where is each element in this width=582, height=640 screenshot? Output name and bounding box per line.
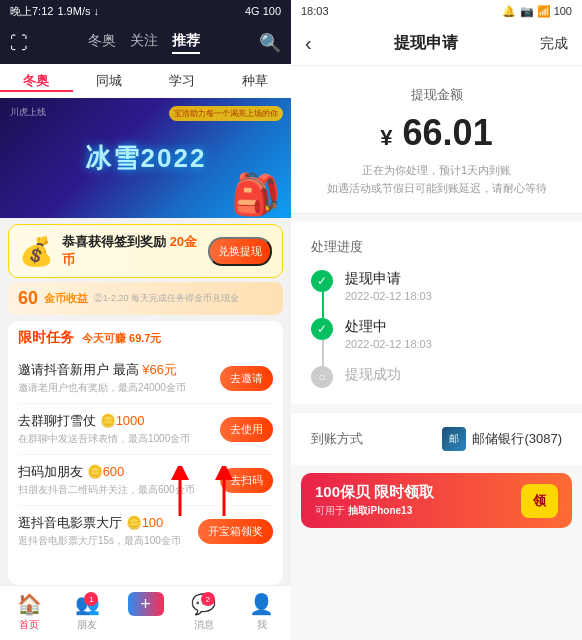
task-amount: ¥66元 (142, 362, 177, 377)
task-sub: 逛抖音电影票大厅15s，最高100金币 (18, 534, 190, 548)
tasks-section: 限时任务 今天可赚 69.7元 邀请抖音新用户 最高 ¥66元 邀请老用户也有奖… (8, 321, 283, 585)
subnav-xuexi[interactable]: 学习 (146, 70, 219, 92)
task-name-text: 扫码加朋友 (18, 464, 83, 479)
progress-title: 处理进度 (311, 238, 562, 256)
step-2-name: 处理中 (345, 318, 562, 336)
battery-label: 100 (263, 5, 281, 17)
currency-symbol: ¥ (380, 125, 392, 150)
sub-nav: 冬奥 同城 学习 种草 (0, 64, 291, 98)
nav-home-label: 首页 (19, 618, 39, 632)
add-icon[interactable]: + (128, 592, 164, 616)
use-button[interactable]: 去使用 (220, 417, 273, 442)
messages-badge: 2 (201, 592, 215, 606)
task-sub: 邀请老用户也有奖励，最高24000金币 (18, 381, 212, 395)
nav-me-label: 我 (257, 618, 267, 632)
page-title: 提现申请 (312, 33, 540, 54)
subnav-dongao[interactable]: 冬奥 (0, 70, 73, 92)
ad-sub-text: 可用于 抽取iPhone13 (315, 504, 511, 518)
right-panel: 18:03 🔔 📷 📶 100 ‹ 提现申请 完成 提现金额 ¥ 66.01 正… (291, 0, 582, 640)
back-button[interactable]: ‹ (305, 32, 312, 55)
step-2: ✓ 处理中 2022-02-12 18:03 (311, 318, 562, 350)
step-2-time: 2022-02-12 18:03 (345, 338, 562, 350)
tasks-today: 今天可赚 69.7元 (82, 331, 161, 346)
bank-name: 邮储银行(3087) (472, 430, 562, 448)
search-icon[interactable]: 🔍 (259, 32, 281, 54)
done-button[interactable]: 完成 (540, 35, 568, 53)
me-icon: 👤 (249, 592, 274, 616)
hero-banner: 川虎上线 冰雪2022 🎒 ✕ 宝浩助力每一个渴亮上场的你 (0, 98, 291, 218)
tasks-title: 限时任务 (18, 329, 74, 347)
nav-home[interactable]: 🏠 首页 (0, 592, 58, 632)
reward-title: 恭喜获得签到奖励 (62, 234, 166, 249)
step-1-name: 提现申请 (345, 270, 562, 288)
step-3-icon: ○ (311, 366, 333, 388)
task-info-movie: 逛抖音电影票大厅 🪙100 逛抖音电影票大厅15s，最高100金币 (18, 514, 190, 548)
left-panel: 晚上7:12 1.9M/s ↓ 4G 100 ⛶ 冬奥 关注 推荐 🔍 冬奥 同… (0, 0, 291, 640)
nav-messages-label: 消息 (194, 618, 214, 632)
task-info-scan: 扫码加朋友 🪙600 扫朋友抖音二维码并关注，最高600金币 (18, 463, 212, 497)
expand-icon[interactable]: ⛶ (10, 33, 28, 54)
coins-bar: 60 金币收益 ②1-2.20 每天完成任务得金币兑现金 (8, 282, 283, 315)
nav-messages[interactable]: 💬 消息 2 (175, 592, 233, 632)
tab-guanzhu[interactable]: 关注 (130, 32, 158, 54)
bottom-nav: 🏠 首页 👥 朋友 1 + 💬 消息 2 👤 我 (0, 585, 291, 640)
task-name-text: 逛抖音电影票大厅 (18, 515, 122, 530)
hero-badge: 宝浩助力每一个渴亮上场的你 (169, 106, 283, 121)
amount-section: 提现金额 ¥ 66.01 正在为你处理，预计1天内到账 如遇活动或节假日可能到账… (291, 66, 582, 214)
amount-number: 66.01 (403, 112, 493, 153)
step-1: ✓ 提现申请 2022-02-12 18:03 (311, 270, 562, 302)
tab-dongao[interactable]: 冬奥 (88, 32, 116, 54)
reward-banner: 💰 恭喜获得签到奖励 20金币 兑换提现 (8, 224, 283, 278)
right-top-bar: ‹ 提现申请 完成 (291, 22, 582, 66)
scan-button[interactable]: 去扫码 (220, 468, 273, 493)
tab-tuijian[interactable]: 推荐 (172, 32, 200, 54)
exchange-button[interactable]: 兑换提现 (208, 237, 272, 266)
openbox-button[interactable]: 开宝箱领奖 (198, 519, 273, 544)
hero-subtitle: 川虎上线 (10, 106, 46, 119)
left-status-bar: 晚上7:12 1.9M/s ↓ 4G 100 (0, 0, 291, 22)
ad-prize: 抽取iPhone13 (348, 505, 412, 516)
ad-button[interactable]: 领 (521, 484, 558, 518)
task-item-movie: 逛抖音电影票大厅 🪙100 逛抖音电影票大厅15s，最高100金币 开宝箱领奖 (18, 506, 273, 556)
nav-friends-label: 朋友 (77, 618, 97, 632)
r-time-label: 18:03 (301, 5, 329, 17)
r-status-icons: 🔔 📷 📶 100 (502, 5, 572, 18)
task-coin-amount: 🪙600 (87, 464, 125, 479)
task-coin-amount: 🪙100 (126, 515, 164, 530)
hero-title: 冰雪2022 (85, 141, 207, 176)
task-info-snowball: 去群聊打雪仗 🪙1000 在群聊中发送吾球表情，最高1000金币 (18, 412, 212, 446)
subnav-zhongcao[interactable]: 种草 (218, 70, 291, 92)
task-info-invite: 邀请抖音新用户 最高 ¥66元 邀请老用户也有奖励，最高24000金币 (18, 361, 212, 395)
step-2-icon: ✓ (311, 318, 333, 340)
task-item-scan: 扫码加朋友 🪙600 扫朋友抖音二维码并关注，最高600金币 去扫码 (18, 455, 273, 506)
task-sub: 在群聊中发送吾球表情，最高1000金币 (18, 432, 212, 446)
progress-section: 处理进度 ✓ 提现申请 2022-02-12 18:03 ✓ 处理中 2022-… (291, 222, 582, 404)
time-label: 晚上7:12 (10, 4, 53, 19)
reward-text: 恭喜获得签到奖励 20金币 (62, 233, 200, 269)
step-3-content: 提现成功 (345, 366, 562, 384)
invite-button[interactable]: 去邀请 (220, 366, 273, 391)
nav-me[interactable]: 👤 我 (233, 592, 291, 632)
task-sub: 扫朋友抖音二维码并关注，最高600金币 (18, 483, 212, 497)
task-name-text: 去群聊打雪仗 (18, 413, 96, 428)
top-nav: ⛶ 冬奥 关注 推荐 🔍 (0, 22, 291, 64)
ad-main-text: 100保贝 限时领取 (315, 483, 511, 502)
nav-add[interactable]: + (116, 592, 174, 632)
step-2-content: 处理中 2022-02-12 18:03 (345, 318, 562, 350)
bank-icon: 邮 (442, 427, 466, 451)
ad-banner[interactable]: 100保贝 限时领取 可用于 抽取iPhone13 领 (301, 473, 572, 528)
home-icon: 🏠 (17, 592, 42, 616)
nav-friends[interactable]: 👥 朋友 1 (58, 592, 116, 632)
task-coin-amount: 🪙1000 (100, 413, 145, 428)
step-1-content: 提现申请 2022-02-12 18:03 (345, 270, 562, 302)
payment-label: 到账方式 (311, 430, 432, 448)
hero-mascot-icon: 🎒 (231, 171, 281, 218)
payment-bank: 邮 邮储银行(3087) (442, 427, 562, 451)
reward-icon: 💰 (19, 235, 54, 268)
payment-section: 到账方式 邮 邮储银行(3087) (291, 412, 582, 465)
right-status-bar: 18:03 🔔 📷 📶 100 (291, 0, 582, 22)
subnav-tongcheng[interactable]: 同城 (73, 70, 146, 92)
step-3-name: 提现成功 (345, 366, 562, 384)
amount-label: 提现金额 (311, 86, 562, 104)
main-tabs: 冬奥 关注 推荐 (42, 32, 245, 54)
